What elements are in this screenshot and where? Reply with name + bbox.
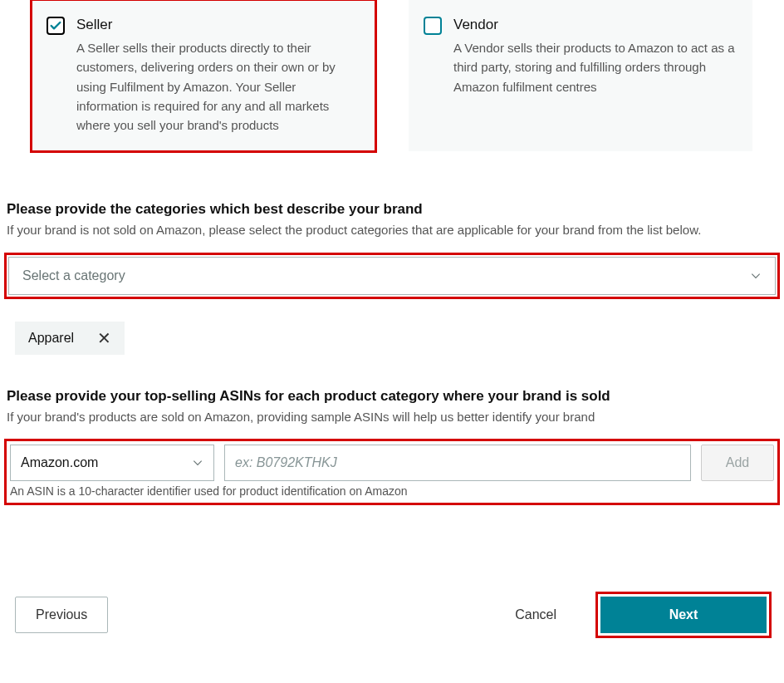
categories-subtext: If your brand is not sold on Amazon, ple… [7, 221, 777, 240]
remove-tag-icon[interactable]: ✕ [97, 330, 111, 346]
categories-heading: Please provide the categories which best… [7, 201, 777, 218]
seller-checkbox[interactable] [47, 17, 65, 35]
asin-subtext: If your brand's products are sold on Ama… [7, 408, 777, 427]
cancel-button[interactable]: Cancel [498, 599, 573, 631]
add-button[interactable]: Add [701, 445, 774, 481]
vendor-checkbox[interactable] [424, 17, 442, 35]
chevron-down-icon [750, 270, 762, 282]
category-tag-apparel: Apparel ✕ [15, 322, 125, 355]
category-tag-label: Apparel [28, 331, 74, 346]
category-select-highlight: Select a category [7, 255, 777, 297]
next-button[interactable]: Next [600, 597, 767, 633]
next-button-highlight: Next [598, 594, 769, 636]
vendor-description: A Vendor sells their products to Amazon … [453, 38, 737, 96]
vendor-title: Vendor [453, 17, 737, 33]
vendor-card[interactable]: Vendor A Vendor sells their products to … [409, 0, 752, 151]
category-select-placeholder: Select a category [22, 268, 125, 283]
check-icon [49, 19, 62, 32]
chevron-down-icon [192, 457, 203, 469]
category-select[interactable]: Select a category [8, 257, 776, 295]
asin-heading: Please provide your top-selling ASINs fo… [7, 388, 777, 405]
seller-description: A Seller sells their products directly t… [76, 38, 360, 135]
seller-title: Seller [76, 17, 360, 33]
asin-row-highlight: Amazon.com Add An ASIN is a 10-character… [7, 441, 777, 503]
marketplace-value: Amazon.com [21, 455, 98, 470]
asin-hint: An ASIN is a 10-character identifier use… [10, 484, 774, 498]
asin-input[interactable] [224, 445, 691, 481]
marketplace-select[interactable]: Amazon.com [10, 445, 214, 481]
seller-card[interactable]: Seller A Seller sells their products dir… [32, 0, 375, 151]
previous-button[interactable]: Previous [15, 597, 108, 633]
